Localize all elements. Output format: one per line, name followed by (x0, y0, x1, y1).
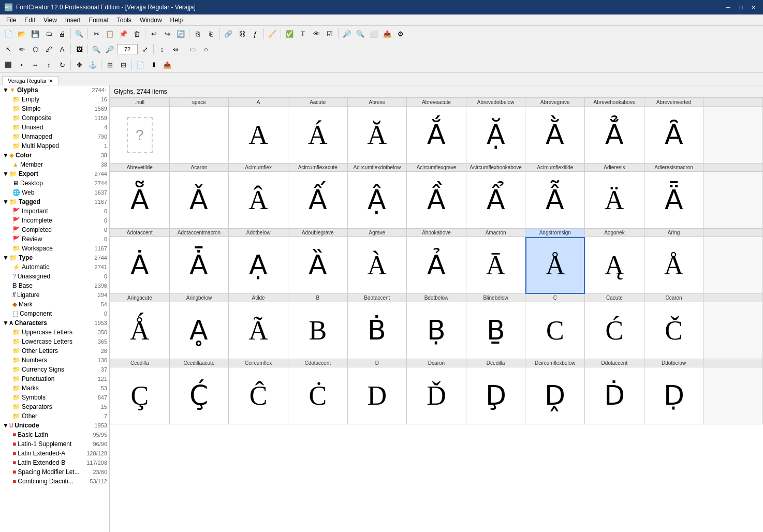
glyph-cell-Abrevehookabove[interactable]: Ẳ (585, 107, 644, 164)
glyph-cell-space[interactable] (170, 107, 229, 164)
tree-item-desktop[interactable]: 🖥 Desktop 2744 (0, 179, 109, 188)
tree-item-basic-latin[interactable]: ■ Basic Latin 95/95 (0, 430, 109, 439)
glyph-cell-Dcaron[interactable]: Ď (407, 367, 466, 424)
glyph-cell-Ccaron[interactable]: Č (644, 302, 704, 359)
tree-item-simple[interactable]: 📁 Simple 1569 (0, 104, 109, 113)
export-button[interactable]: 📤 (381, 27, 393, 40)
tree-item-web[interactable]: 🌐 Web 1637 (0, 188, 109, 197)
guide-tool[interactable]: ⊟ (117, 58, 129, 71)
tree-item-uppercase[interactable]: 📁 Uppercase Letters 350 (0, 328, 109, 337)
check-button[interactable]: ☑ (324, 27, 336, 40)
paste-glyph-button[interactable]: ⎗ (205, 27, 217, 40)
arrow-tool[interactable]: ⇔ (169, 43, 182, 55)
anchor-tool[interactable]: ⚓ (86, 58, 99, 71)
tree-item-other[interactable]: 📁 Other 7 (0, 411, 109, 421)
glyph-cell-Adoublegrave[interactable]: Ȁ (288, 237, 348, 294)
tree-color[interactable]: ▼ ◆ Color 38 (0, 151, 109, 160)
copy-button[interactable]: 📋 (104, 27, 116, 40)
glyph-grid-container[interactable]: .null space A Aacute Abreve Abreveacute … (110, 98, 763, 532)
tree-item-base[interactable]: B Base 2396 (0, 281, 109, 290)
glyph-cell-Blinebelow[interactable]: Ḇ (466, 302, 526, 359)
find-button[interactable]: 🔍 (73, 27, 85, 40)
flip-v-tool[interactable]: ↕ (42, 58, 55, 71)
align-left-tool[interactable]: ⬛ (2, 58, 14, 71)
glyph-cell-Abreve[interactable]: Ă (348, 107, 407, 164)
tree-item-latin-ext-a[interactable]: ■ Latin Extended-A 128/128 (0, 449, 109, 458)
expand-type-icon[interactable]: ▼ (2, 254, 9, 261)
tree-type[interactable]: ▼ 📁 Type 2744 (0, 253, 109, 262)
glyph-cell-Cdotaccent[interactable]: Ċ (288, 367, 348, 424)
tree-item-multimapped[interactable]: 📁 Multi Mapped 1 (0, 141, 109, 151)
tree-item-workspace[interactable]: 📁 Workspace 1167 (0, 244, 109, 253)
glyph-cell-Aringbelow[interactable]: Ḁ (170, 302, 229, 359)
zoom-out-button[interactable]: 🔍 (354, 27, 366, 40)
glyph-cell-Atilde[interactable]: Ã (229, 302, 288, 359)
move-tool[interactable]: ✥ (73, 58, 85, 71)
close-button[interactable]: ✕ (747, 2, 759, 13)
tree-item-empty[interactable]: 📁 Empty 16 (0, 95, 109, 104)
generate-tool[interactable]: ⬇ (148, 58, 160, 71)
menu-help[interactable]: Help (166, 16, 187, 25)
tree-item-punctuation[interactable]: 📁 Punctuation 121 (0, 374, 109, 383)
menu-tools[interactable]: Tools (113, 16, 136, 25)
save-button[interactable]: 💾 (29, 27, 41, 40)
glyph-cell-Acircumflexacute[interactable]: Ấ (288, 172, 348, 229)
tree-item-ligature[interactable]: fi Ligature 294 (0, 290, 109, 300)
glyph-cell-Aringacute[interactable]: Ǻ (110, 302, 170, 359)
glyph-cell-Acircumflexgrave[interactable]: Ầ (407, 172, 466, 229)
maximize-button[interactable]: □ (735, 2, 746, 13)
expand-export-icon[interactable]: ▼ (2, 170, 9, 178)
glyph-cell-Ccedilla[interactable]: Ç (110, 367, 170, 424)
glyph-cell-Cacute[interactable]: Ć (585, 302, 644, 359)
open-button[interactable]: 📂 (16, 27, 28, 40)
glyph-cell-Abrevedotbelow[interactable]: Ặ (466, 107, 526, 164)
zoom-reset-tool[interactable]: ⤢ (139, 43, 151, 55)
tree-item-incomplete[interactable]: 🚩 Incomplete 0 (0, 216, 109, 225)
glyph-cell-Adieresis[interactable]: Ä (585, 172, 644, 229)
tree-item-currency[interactable]: 📁 Currency Signs 37 (0, 365, 109, 374)
paste-button[interactable]: 📌 (117, 27, 129, 40)
tree-item-review[interactable]: 🚩 Review 0 (0, 234, 109, 244)
glyph-cell-Acircumflexhookabove[interactable]: Ẩ (466, 172, 526, 229)
tree-item-component[interactable]: ⬚ Component 0 (0, 309, 109, 318)
tree-item-completed[interactable]: 🚩 Completed 0 (0, 225, 109, 234)
glyph-cell-Aogonek[interactable]: Ą (585, 237, 644, 294)
grid-tool[interactable]: ⊞ (104, 58, 116, 71)
glyph-cell-Angstromsign[interactable]: Å (525, 237, 585, 294)
zoom-fit-button[interactable]: ⬜ (368, 27, 380, 40)
tree-item-composite[interactable]: 📁 Composite 1159 (0, 113, 109, 123)
tree-item-unused[interactable]: 📁 Unused 4 (0, 123, 109, 132)
zoom-field[interactable]: 72 (117, 44, 138, 54)
print-button[interactable]: 🖨 (56, 27, 68, 40)
glyph-cell-Abrevetilde[interactable]: Ẵ (110, 172, 170, 229)
circle-tool[interactable]: ○ (200, 43, 212, 55)
tree-characters[interactable]: ▼ A Characters 1953 (0, 318, 109, 328)
flip-h-tool[interactable]: ↔ (29, 58, 41, 71)
tab-verajja[interactable]: Verajja Regular ✕ (2, 76, 58, 85)
glyph-cell-Abreveacute[interactable]: Ắ (407, 107, 466, 164)
cut-button[interactable]: ✂ (90, 27, 102, 40)
tree-item-important[interactable]: 🚩 Important 0 (0, 206, 109, 216)
menu-edit[interactable]: Edit (20, 16, 39, 25)
menu-file[interactable]: File (2, 16, 20, 25)
test-button[interactable]: T (297, 27, 309, 40)
glyph-cell-Dcedilla[interactable]: Ḑ (466, 367, 526, 424)
eraser-button[interactable]: 🧹 (266, 27, 278, 40)
glyph-cell-Adotbelow[interactable]: Ạ (229, 237, 288, 294)
glyph-cell-Aring[interactable]: Å (644, 237, 704, 294)
tree-glyphs[interactable]: ▼ ▼ Glyphs 2744 ↑ (0, 85, 109, 95)
glyph-cell-Acaron[interactable]: Ǎ (170, 172, 229, 229)
glyph-cell-D[interactable]: D (348, 367, 407, 424)
export-glyph-tool[interactable]: 📤 (161, 58, 173, 71)
glyph-cell-Ccircumflex[interactable]: Ĉ (229, 367, 288, 424)
edit-tool[interactable]: ✏ (16, 43, 28, 55)
menu-window[interactable]: Window (136, 16, 166, 25)
tree-item-separators[interactable]: 📁 Separators 15 (0, 402, 109, 411)
glyph-cell-Dcircumflexbelow[interactable]: Ḓ (525, 367, 585, 424)
pointer-tool[interactable]: ↖ (2, 43, 14, 55)
zoom-out-tool[interactable]: 🔎 (104, 43, 116, 55)
glyph-cell-Bdotaccent[interactable]: Ḃ (348, 302, 407, 359)
glyph-cell-Ahookabove[interactable]: Ả (407, 237, 466, 294)
tree-item-latin-ext-b[interactable]: ■ Latin Extended-B 117/208 (0, 458, 109, 467)
tree-item-automatic[interactable]: ⚡ Automatic 2741 (0, 262, 109, 272)
